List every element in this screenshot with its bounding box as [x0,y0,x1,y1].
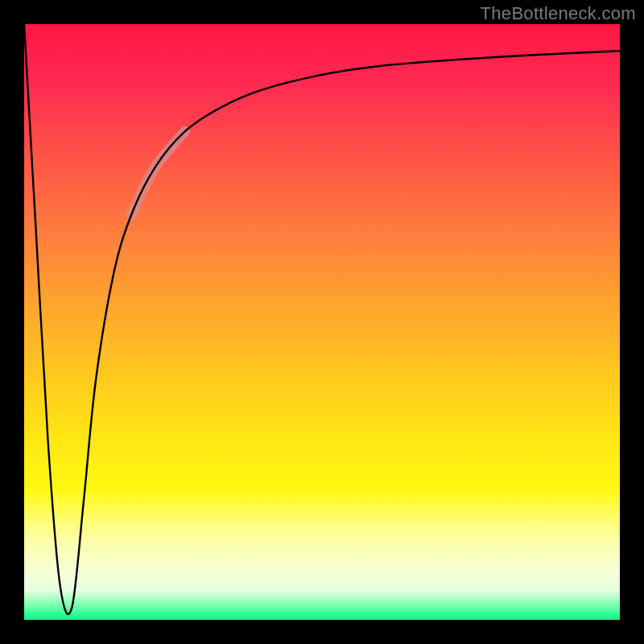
plot-area [24,24,620,620]
curve-highlight-segment [131,131,185,215]
curve-layer [24,24,620,620]
attribution-label: TheBottleneck.com [481,3,636,24]
main-curve [24,24,620,614]
chart-container: TheBottleneck.com [0,0,644,644]
